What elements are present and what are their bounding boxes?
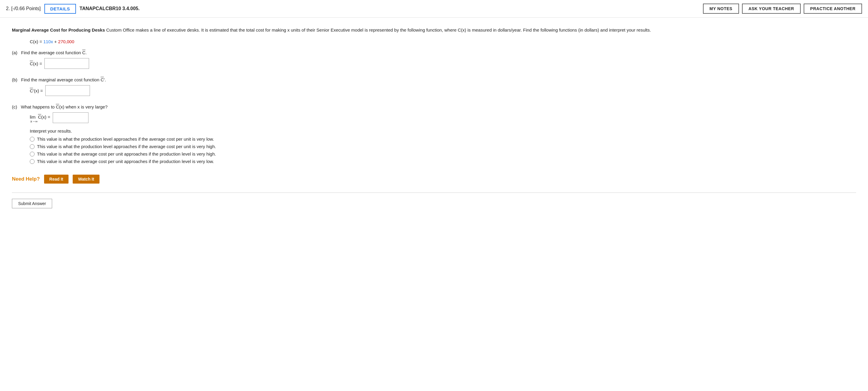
part-a-letter: (a) <box>12 50 17 55</box>
radio-label-1: This value is what the production level … <box>37 137 214 142</box>
submit-section: Submit Answer <box>12 192 856 208</box>
part-c-letter: (c) <box>12 104 17 109</box>
radio-label-4: This value is what the average cost per … <box>37 159 214 164</box>
radio-input-2[interactable] <box>30 144 35 149</box>
header-right: MY NOTES ASK YOUR TEACHER PRACTICE ANOTH… <box>703 4 862 14</box>
part-c-input[interactable] <box>53 112 89 123</box>
radio-option-4: This value is what the average cost per … <box>30 159 856 164</box>
problem-description: Custom Office makes a line of executive … <box>106 27 651 32</box>
part-c: (c) What happens to C(x) when x is very … <box>12 104 856 164</box>
my-notes-button[interactable]: MY NOTES <box>703 4 739 14</box>
need-help-label: Need Help? <box>12 176 40 182</box>
formula-red: 270,000 <box>58 39 74 44</box>
part-c-description: What happens to C(x) when x is very larg… <box>21 104 107 109</box>
header-left: 2. [-/0.66 Points] DETAILS TANAPCALCBR10… <box>6 4 698 14</box>
radio-input-4[interactable] <box>30 159 35 164</box>
part-b-label: (b) Find the marginal average cost funct… <box>12 77 856 82</box>
part-c-label: (c) What happens to C(x) when x is very … <box>12 104 856 109</box>
radio-label-3: This value is what the average cost per … <box>37 151 216 156</box>
radio-option-1: This value is what the production level … <box>30 137 856 142</box>
page-wrapper: 2. [-/0.66 Points] DETAILS TANAPCALCBR10… <box>0 0 868 391</box>
problem-title: Marginal Average Cost for Producing Desk… <box>12 27 105 32</box>
problem-statement: Marginal Average Cost for Producing Desk… <box>12 27 856 34</box>
question-number: 2. [-/0.66 Points] <box>6 6 41 11</box>
part-a-label: (a) Find the average cost function C. <box>12 50 856 55</box>
read-it-button[interactable]: Read It <box>44 175 69 184</box>
details-button[interactable]: DETAILS <box>44 4 76 14</box>
header: 2. [-/0.66 Points] DETAILS TANAPCALCBR10… <box>0 0 868 18</box>
limit-word: lim C(x) = <box>30 115 50 120</box>
part-b-letter: (b) <box>12 77 17 82</box>
formula-prefix: C(x) = <box>30 39 43 44</box>
part-b-description: Find the marginal average cost function … <box>21 77 106 82</box>
part-a-function-label: C(x) = <box>30 61 42 66</box>
submit-answer-button[interactable]: Submit Answer <box>12 199 52 208</box>
part-b-input[interactable] <box>45 85 90 96</box>
practice-another-button[interactable]: PRACTICE ANOTHER <box>804 4 862 14</box>
radio-option-3: This value is what the average cost per … <box>30 151 856 156</box>
interpret-label: Interpret your results. <box>30 128 856 133</box>
part-a: (a) Find the average cost function C. C(… <box>12 50 856 69</box>
ask-teacher-button[interactable]: ASK YOUR TEACHER <box>742 4 801 14</box>
interpret-section: Interpret your results. This value is wh… <box>30 128 856 164</box>
radio-input-3[interactable] <box>30 152 35 156</box>
limit-row: lim C(x) = x→∞ <box>30 112 856 123</box>
problem-code: TANAPCALCBR10 3.4.005. <box>80 6 140 11</box>
limit-subscript: x→∞ <box>30 120 37 123</box>
radio-input-1[interactable] <box>30 137 35 142</box>
formula-plus: + <box>53 39 58 44</box>
part-a-input-row: C(x) = <box>30 58 856 69</box>
watch-it-button[interactable]: Watch It <box>73 175 99 184</box>
main-content: Marginal Average Cost for Producing Desk… <box>0 18 868 220</box>
radio-option-2: This value is what the production level … <box>30 144 856 149</box>
part-b-input-row: C'(x) = <box>30 85 856 96</box>
formula-blue: 110x <box>43 39 53 44</box>
need-help-section: Need Help? Read It Watch It <box>12 175 856 184</box>
formula-line: C(x) = 110x + 270,000 <box>30 39 856 44</box>
part-a-description: Find the average cost function C. <box>21 50 87 55</box>
part-b-function-label: C'(x) = <box>30 88 43 93</box>
part-b: (b) Find the marginal average cost funct… <box>12 77 856 96</box>
radio-label-2: This value is what the production level … <box>37 144 216 149</box>
part-a-input[interactable] <box>44 58 89 69</box>
